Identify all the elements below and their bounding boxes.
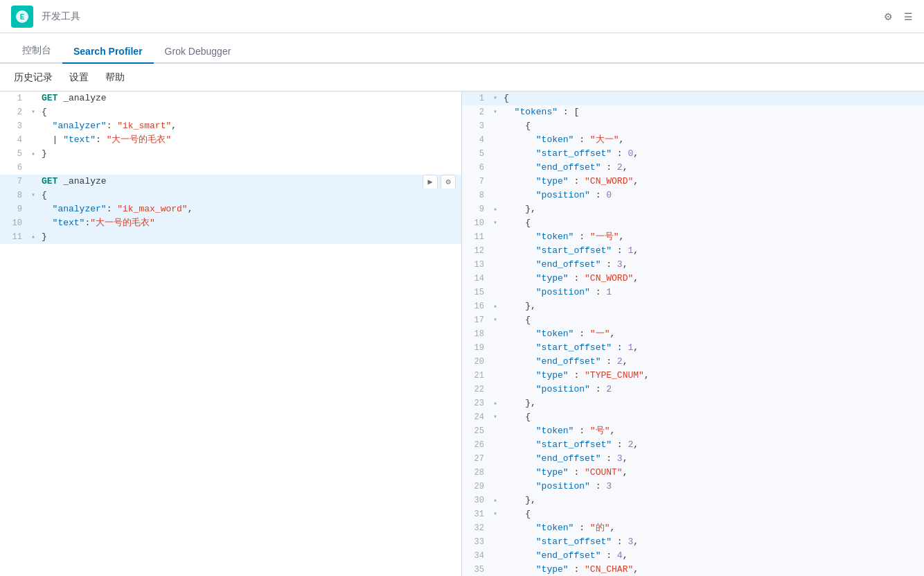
help-button[interactable]: 帮助 [103,70,127,85]
history-button[interactable]: 历史记录 [11,70,55,85]
json-content-31: { [501,507,924,521]
editor-line-2[interactable]: 2▾{ [0,105,461,119]
json-line-14: 14 "type" : "CN_WORD", [462,272,924,286]
json-line-6: 6 "end_offset" : 2, [462,161,924,175]
json-content-13: "end_offset" : 3, [501,258,924,272]
json-line-33: 33 "start_offset" : 3, [462,535,924,549]
code-editor[interactable]: 1GET _analyze2▾{3 "analyzer": "ik_smart"… [0,91,461,576]
json-content-25: "token" : "号", [501,424,924,438]
json-line-4: 4 "token" : "大一", [462,133,924,147]
main-content: 1GET _analyze2▾{3 "analyzer": "ik_smart"… [0,91,924,576]
editor-line-9[interactable]: 9 "analyzer": "ik_max_word", [0,202,461,216]
editor-line-11[interactable]: 11▴} [0,230,461,244]
json-line-35: 35 "type" : "CN_CHAR", [462,563,924,576]
json-line-num-14: 14 [462,272,490,286]
settings-icon[interactable]: ⚙ [884,11,893,22]
json-fold-1[interactable]: ▾ [490,91,501,105]
app-logo: E [11,6,33,28]
output-panel: 1▾{2▾ "tokens" : [3 {4 "token" : "大一",5 … [462,91,924,576]
json-content-29: "position" : 3 [501,480,924,494]
json-line-10: 10▾ { [462,216,924,230]
editor-line-10[interactable]: 10 "text":"大一号的毛衣" [0,216,461,230]
json-line-5: 5 "start_offset" : 0, [462,147,924,161]
json-line-9: 9▴ }, [462,202,924,216]
line-content-3: "analyzer": "ik_smart", [39,119,461,133]
json-line-num-22: 22 [462,383,490,396]
json-content-5: "start_offset" : 0, [501,147,924,161]
json-line-num-10: 10 [462,216,490,230]
json-line-num-12: 12 [462,244,490,258]
json-content-11: "token" : "一号", [501,230,924,244]
line-number-2: 2 [0,105,28,119]
json-line-2: 2▾ "tokens" : [ [462,105,924,119]
app-title: 开发工具 [42,10,884,23]
json-fold-23[interactable]: ▴ [490,396,501,410]
json-content-30: }, [501,494,924,507]
json-line-30: 30▴ }, [462,494,924,507]
menu-icon[interactable]: ☰ [904,11,913,22]
json-line-num-26: 26 [462,438,490,452]
json-fold-16[interactable]: ▴ [490,299,501,313]
json-line-20: 20 "end_offset" : 2, [462,355,924,369]
json-line-num-2: 2 [462,105,490,119]
editor-line-6[interactable]: 6 [0,161,461,175]
json-content-24: { [501,410,924,424]
settings-button[interactable]: 设置 [66,70,91,85]
tab-bar: 控制台 Search Profiler Grok Debugger [0,33,924,64]
copy-button[interactable]: ⚙ [441,175,456,190]
json-line-num-33: 33 [462,535,490,549]
json-content-15: "position" : 1 [501,286,924,299]
json-content-1: { [501,91,924,105]
json-line-num-15: 15 [462,286,490,299]
json-line-num-25: 25 [462,424,490,438]
run-button[interactable]: ▶ [423,175,438,190]
json-line-num-21: 21 [462,369,490,383]
line-content-2: { [39,105,461,119]
json-line-34: 34 "end_offset" : 4, [462,549,924,563]
tab-grok-debugger[interactable]: Grok Debugger [154,40,242,64]
json-fold-30[interactable]: ▴ [490,494,501,507]
line-number-7: 7 [0,175,28,189]
json-line-8: 8 "position" : 0 [462,189,924,202]
json-line-29: 29 "position" : 3 [462,480,924,494]
json-line-num-11: 11 [462,230,490,244]
line-number-5: 5 [0,147,28,161]
method-keyword: GET [42,176,57,186]
editor-line-7[interactable]: 7GET _analyze▶⚙ [0,175,461,189]
json-fold-17[interactable]: ▾ [490,313,501,327]
editor-line-8[interactable]: 8▾{ [0,189,461,202]
json-fold-9[interactable]: ▴ [490,202,501,216]
editor-line-3[interactable]: 3 "analyzer": "ik_smart", [0,119,461,133]
json-line-num-23: 23 [462,396,490,410]
editor-line-4[interactable]: 4 | "text": "大一号的毛衣" [0,133,461,147]
editor-line-1[interactable]: 1GET _analyze [0,91,461,105]
json-line-num-5: 5 [462,147,490,161]
json-content-21: "type" : "TYPE_CNUM", [501,369,924,383]
json-content-4: "token" : "大一", [501,133,924,147]
json-line-num-6: 6 [462,161,490,175]
json-line-num-31: 31 [462,507,490,521]
line-fold-2[interactable]: ▾ [28,105,39,119]
json-line-num-9: 9 [462,202,490,216]
output-json: 1▾{2▾ "tokens" : [3 {4 "token" : "大一",5 … [462,91,924,576]
json-line-num-18: 18 [462,327,490,341]
json-content-22: "position" : 2 [501,383,924,396]
line-content-5: } [39,147,461,161]
json-fold-2[interactable]: ▾ [490,105,501,119]
json-content-20: "end_offset" : 2, [501,355,924,369]
line-fold-8[interactable]: ▾ [28,189,39,202]
json-line-num-3: 3 [462,119,490,133]
line-fold-11[interactable]: ▴ [28,230,39,244]
tab-console[interactable]: 控制台 [11,39,62,64]
json-fold-24[interactable]: ▾ [490,410,501,424]
json-fold-10[interactable]: ▾ [490,216,501,230]
toolbar: 历史记录 设置 帮助 [0,64,924,91]
line-fold-5[interactable]: ▴ [28,147,39,161]
tab-search-profiler[interactable]: Search Profiler [62,40,154,64]
editor-line-5[interactable]: 5▴} [0,147,461,161]
json-content-35: "type" : "CN_CHAR", [501,563,924,576]
json-fold-31[interactable]: ▾ [490,507,501,521]
line-number-4: 4 [0,133,28,147]
json-content-28: "type" : "COUNT", [501,466,924,480]
json-line-23: 23▴ }, [462,396,924,410]
